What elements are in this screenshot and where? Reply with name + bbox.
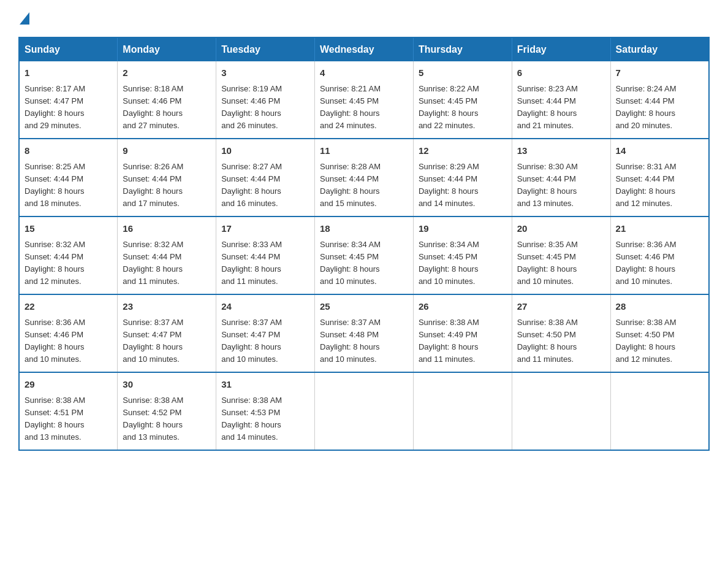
- day-number: 3: [221, 66, 309, 80]
- day-number: 15: [25, 222, 112, 236]
- day-info: Sunrise: 8:38 AMSunset: 4:51 PMDaylight:…: [25, 394, 112, 444]
- page-header: [18, 12, 710, 25]
- day-number: 30: [123, 378, 211, 392]
- day-info: Sunrise: 8:27 AMSunset: 4:44 PMDaylight:…: [221, 161, 309, 210]
- svg-marker-0: [20, 12, 29, 25]
- day-info: Sunrise: 8:26 AMSunset: 4:44 PMDaylight:…: [123, 161, 211, 210]
- calendar-cell: 22Sunrise: 8:36 AMSunset: 4:46 PMDayligh…: [19, 294, 118, 372]
- day-number: 7: [616, 66, 703, 80]
- day-info: Sunrise: 8:38 AMSunset: 4:53 PMDaylight:…: [221, 394, 309, 444]
- day-info: Sunrise: 8:31 AMSunset: 4:44 PMDaylight:…: [616, 161, 703, 210]
- day-info: Sunrise: 8:17 AMSunset: 4:47 PMDaylight:…: [25, 83, 112, 132]
- day-number: 1: [25, 66, 112, 80]
- day-number: 19: [419, 222, 507, 236]
- calendar-cell: 2Sunrise: 8:18 AMSunset: 4:46 PMDaylight…: [118, 61, 216, 139]
- day-number: 20: [517, 222, 605, 236]
- calendar-cell: 27Sunrise: 8:38 AMSunset: 4:50 PMDayligh…: [512, 294, 610, 372]
- day-number: 9: [123, 144, 211, 158]
- calendar-cell: 17Sunrise: 8:33 AMSunset: 4:44 PMDayligh…: [216, 216, 315, 294]
- day-info: Sunrise: 8:38 AMSunset: 4:52 PMDaylight:…: [123, 394, 211, 444]
- day-number: 13: [517, 144, 605, 158]
- calendar-cell: 14Sunrise: 8:31 AMSunset: 4:44 PMDayligh…: [610, 139, 709, 216]
- calendar-cell: 9Sunrise: 8:26 AMSunset: 4:44 PMDaylight…: [118, 139, 216, 216]
- day-info: Sunrise: 8:23 AMSunset: 4:44 PMDaylight:…: [517, 83, 605, 132]
- calendar-cell: 1Sunrise: 8:17 AMSunset: 4:47 PMDaylight…: [19, 61, 118, 139]
- calendar-cell: 5Sunrise: 8:22 AMSunset: 4:45 PMDaylight…: [413, 61, 512, 139]
- day-info: Sunrise: 8:32 AMSunset: 4:44 PMDaylight:…: [123, 239, 211, 288]
- calendar-cell: 4Sunrise: 8:21 AMSunset: 4:45 PMDaylight…: [315, 61, 414, 139]
- day-number: 22: [25, 300, 112, 314]
- calendar-cell: 26Sunrise: 8:38 AMSunset: 4:49 PMDayligh…: [413, 294, 512, 372]
- day-number: 12: [419, 144, 507, 158]
- day-info: Sunrise: 8:36 AMSunset: 4:46 PMDaylight:…: [25, 316, 112, 366]
- day-info: Sunrise: 8:30 AMSunset: 4:44 PMDaylight:…: [517, 161, 605, 210]
- calendar-cell: [315, 372, 414, 450]
- col-header-monday: Monday: [118, 37, 216, 61]
- day-info: Sunrise: 8:38 AMSunset: 4:49 PMDaylight:…: [419, 316, 507, 366]
- day-info: Sunrise: 8:37 AMSunset: 4:48 PMDaylight:…: [320, 316, 408, 366]
- day-number: 4: [320, 66, 408, 80]
- day-info: Sunrise: 8:25 AMSunset: 4:44 PMDaylight:…: [25, 161, 112, 210]
- col-header-sunday: Sunday: [19, 37, 118, 61]
- day-info: Sunrise: 8:37 AMSunset: 4:47 PMDaylight:…: [221, 316, 309, 366]
- day-number: 28: [616, 300, 703, 314]
- day-number: 17: [221, 222, 309, 236]
- day-info: Sunrise: 8:38 AMSunset: 4:50 PMDaylight:…: [616, 316, 703, 366]
- day-number: 8: [25, 144, 112, 158]
- calendar-cell: 15Sunrise: 8:32 AMSunset: 4:44 PMDayligh…: [19, 216, 118, 294]
- calendar-cell: 13Sunrise: 8:30 AMSunset: 4:44 PMDayligh…: [512, 139, 610, 216]
- logo: [18, 12, 29, 25]
- col-header-friday: Friday: [512, 37, 610, 61]
- day-info: Sunrise: 8:18 AMSunset: 4:46 PMDaylight:…: [123, 83, 211, 132]
- day-info: Sunrise: 8:21 AMSunset: 4:45 PMDaylight:…: [320, 83, 408, 132]
- day-info: Sunrise: 8:33 AMSunset: 4:44 PMDaylight:…: [221, 239, 309, 288]
- calendar-cell: 3Sunrise: 8:19 AMSunset: 4:46 PMDaylight…: [216, 61, 315, 139]
- calendar-cell: 12Sunrise: 8:29 AMSunset: 4:44 PMDayligh…: [413, 139, 512, 216]
- calendar-cell: 28Sunrise: 8:38 AMSunset: 4:50 PMDayligh…: [610, 294, 709, 372]
- day-number: 24: [221, 300, 309, 314]
- calendar-cell: 21Sunrise: 8:36 AMSunset: 4:46 PMDayligh…: [610, 216, 709, 294]
- day-number: 6: [517, 66, 605, 80]
- calendar-cell: 24Sunrise: 8:37 AMSunset: 4:47 PMDayligh…: [216, 294, 315, 372]
- calendar-cell: 6Sunrise: 8:23 AMSunset: 4:44 PMDaylight…: [512, 61, 610, 139]
- calendar-cell: 11Sunrise: 8:28 AMSunset: 4:44 PMDayligh…: [315, 139, 414, 216]
- col-header-saturday: Saturday: [610, 37, 709, 61]
- day-number: 27: [517, 300, 605, 314]
- day-number: 31: [221, 378, 309, 392]
- calendar-cell: 7Sunrise: 8:24 AMSunset: 4:44 PMDaylight…: [610, 61, 709, 139]
- calendar-cell: [413, 372, 512, 450]
- day-info: Sunrise: 8:35 AMSunset: 4:45 PMDaylight:…: [517, 239, 605, 288]
- day-info: Sunrise: 8:29 AMSunset: 4:44 PMDaylight:…: [419, 161, 507, 210]
- day-info: Sunrise: 8:32 AMSunset: 4:44 PMDaylight:…: [25, 239, 112, 288]
- day-number: 26: [419, 300, 507, 314]
- calendar-cell: 8Sunrise: 8:25 AMSunset: 4:44 PMDaylight…: [19, 139, 118, 216]
- col-header-tuesday: Tuesday: [216, 37, 315, 61]
- day-number: 18: [320, 222, 408, 236]
- day-info: Sunrise: 8:34 AMSunset: 4:45 PMDaylight:…: [320, 239, 408, 288]
- calendar-cell: 16Sunrise: 8:32 AMSunset: 4:44 PMDayligh…: [118, 216, 216, 294]
- day-info: Sunrise: 8:19 AMSunset: 4:46 PMDaylight:…: [221, 83, 309, 132]
- day-info: Sunrise: 8:36 AMSunset: 4:46 PMDaylight:…: [616, 239, 703, 288]
- calendar-cell: [512, 372, 610, 450]
- day-info: Sunrise: 8:28 AMSunset: 4:44 PMDaylight:…: [320, 161, 408, 210]
- day-info: Sunrise: 8:34 AMSunset: 4:45 PMDaylight:…: [419, 239, 507, 288]
- day-number: 5: [419, 66, 507, 80]
- day-number: 14: [616, 144, 703, 158]
- day-number: 25: [320, 300, 408, 314]
- day-info: Sunrise: 8:24 AMSunset: 4:44 PMDaylight:…: [616, 83, 703, 132]
- day-number: 2: [123, 66, 211, 80]
- day-info: Sunrise: 8:38 AMSunset: 4:50 PMDaylight:…: [517, 316, 605, 366]
- day-info: Sunrise: 8:37 AMSunset: 4:47 PMDaylight:…: [123, 316, 211, 366]
- col-header-thursday: Thursday: [413, 37, 512, 61]
- calendar-cell: 19Sunrise: 8:34 AMSunset: 4:45 PMDayligh…: [413, 216, 512, 294]
- calendar-cell: 30Sunrise: 8:38 AMSunset: 4:52 PMDayligh…: [118, 372, 216, 450]
- day-number: 21: [616, 222, 703, 236]
- calendar-table: SundayMondayTuesdayWednesdayThursdayFrid…: [18, 37, 710, 451]
- calendar-cell: 18Sunrise: 8:34 AMSunset: 4:45 PMDayligh…: [315, 216, 414, 294]
- calendar-cell: 25Sunrise: 8:37 AMSunset: 4:48 PMDayligh…: [315, 294, 414, 372]
- calendar-cell: 31Sunrise: 8:38 AMSunset: 4:53 PMDayligh…: [216, 372, 315, 450]
- day-number: 16: [123, 222, 211, 236]
- day-number: 11: [320, 144, 408, 158]
- calendar-cell: 23Sunrise: 8:37 AMSunset: 4:47 PMDayligh…: [118, 294, 216, 372]
- day-number: 23: [123, 300, 211, 314]
